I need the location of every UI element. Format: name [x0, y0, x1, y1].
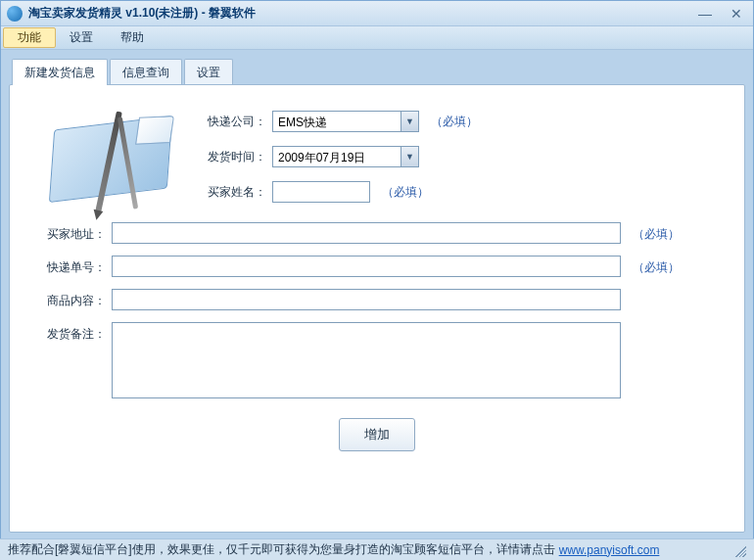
- resize-grip-icon[interactable]: [732, 543, 746, 557]
- content-area: 新建发货信息 信息查询 设置 快递公司： EMS快递 ▼ （必填）: [1, 50, 753, 540]
- tab-settings[interactable]: 设置: [184, 59, 233, 85]
- tracking-label: 快递单号：: [41, 256, 106, 276]
- footer-link[interactable]: www.panyisoft.com: [559, 543, 660, 557]
- buyer-addr-label: 买家地址：: [41, 222, 106, 243]
- courier-required: （必填）: [431, 114, 478, 130]
- courier-select-value: EMS快递: [273, 112, 401, 131]
- illustration-icon: [47, 105, 184, 212]
- goods-input[interactable]: [112, 289, 621, 310]
- ship-time-value: 2009年07月19日: [273, 147, 401, 166]
- buyer-name-label: 买家姓名：: [202, 184, 266, 201]
- buyer-addr-input[interactable]: [112, 222, 621, 244]
- tracking-required: （必填）: [633, 256, 680, 276]
- menu-settings[interactable]: 设置: [56, 26, 107, 49]
- menu-function[interactable]: 功能: [3, 27, 56, 48]
- add-button[interactable]: 增加: [339, 418, 415, 451]
- footer-text: 推荐配合[磐翼短信平台]使用，效果更佳，仅千元即可获得为您量身打造的淘宝顾客短信…: [8, 541, 555, 558]
- tab-bar: 新建发货信息 信息查询 设置: [12, 58, 745, 84]
- app-icon: [7, 6, 23, 22]
- menu-help[interactable]: 帮助: [107, 26, 158, 49]
- remark-label: 发货备注：: [41, 322, 106, 343]
- buyer-name-input[interactable]: [272, 181, 370, 203]
- chevron-down-icon[interactable]: ▼: [401, 147, 418, 166]
- tracking-input[interactable]: [112, 256, 621, 277]
- buyer-addr-required: （必填）: [633, 222, 680, 243]
- goods-label: 商品内容：: [41, 289, 106, 309]
- title-bar: 淘宝卖家发货精灵 v1.10(未注册) - 磐翼软件 — ✕: [1, 1, 753, 26]
- menu-bar: 功能 设置 帮助: [1, 26, 753, 50]
- minimize-button[interactable]: —: [694, 6, 716, 22]
- chevron-down-icon[interactable]: ▼: [401, 112, 418, 131]
- ship-time-label: 发货时间：: [202, 149, 266, 165]
- buyer-name-required: （必填）: [382, 184, 429, 201]
- close-button[interactable]: ✕: [726, 6, 747, 22]
- ship-time-picker[interactable]: 2009年07月19日 ▼: [272, 146, 419, 167]
- status-bar: 推荐配合[磐翼短信平台]使用，效果更佳，仅千元即可获得为您量身打造的淘宝顾客短信…: [0, 538, 754, 560]
- tab-new-shipment[interactable]: 新建发货信息: [12, 59, 108, 85]
- courier-select[interactable]: EMS快递 ▼: [272, 111, 419, 132]
- courier-label: 快递公司：: [202, 114, 266, 130]
- remark-textarea[interactable]: [112, 322, 621, 398]
- tab-query[interactable]: 信息查询: [110, 59, 182, 85]
- form-panel: 快递公司： EMS快递 ▼ （必填） 发货时间： 2009年07月19日 ▼ 买: [9, 84, 745, 533]
- window-title: 淘宝卖家发货精灵 v1.10(未注册) - 磐翼软件: [28, 5, 256, 22]
